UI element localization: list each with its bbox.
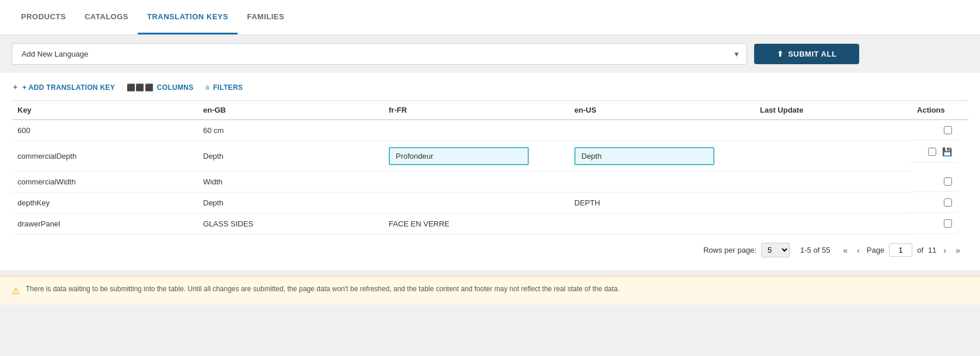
row-checkbox[interactable] bbox=[944, 177, 952, 186]
add-key-label: + ADD TRANSLATION KEY bbox=[22, 83, 115, 92]
tab-translation-keys[interactable]: TRANSLATION KEYS bbox=[138, 0, 238, 34]
columns-icon: ⬛⬛⬛ bbox=[127, 83, 154, 92]
rows-per-page-label: Rows per page: bbox=[703, 246, 756, 254]
prev-page-button[interactable]: ‹ bbox=[855, 245, 862, 256]
tab-catalogs[interactable]: CATALOGS bbox=[75, 0, 138, 34]
language-select-wrapper: Add New Language ▼ bbox=[12, 43, 747, 65]
last-page-button[interactable]: » bbox=[953, 245, 962, 256]
cell-lastupdate bbox=[754, 214, 911, 235]
warning-icon: ⚠ bbox=[12, 285, 20, 296]
cell-frfr[interactable]: Profondeur bbox=[383, 141, 569, 172]
col-header-key: Key bbox=[12, 101, 197, 120]
pagination-range: 1-5 of 55 bbox=[800, 246, 830, 254]
cell-engb: Depth bbox=[197, 193, 383, 214]
add-translation-key-button[interactable]: ＋ + ADD TRANSLATION KEY bbox=[12, 82, 115, 92]
cell-actions: 💾 bbox=[911, 141, 958, 163]
content-area: ＋ + ADD TRANSLATION KEY ⬛⬛⬛ COLUMNS ≡ FI… bbox=[0, 73, 980, 270]
cell-enus bbox=[569, 172, 754, 193]
next-page-button[interactable]: › bbox=[941, 245, 949, 256]
table-toolbar: ＋ + ADD TRANSLATION KEY ⬛⬛⬛ COLUMNS ≡ FI… bbox=[12, 82, 968, 92]
submit-all-button[interactable]: ⬆ SUBMIT ALL bbox=[754, 44, 859, 64]
pagination-row: Rows per page: 5 10 20 50 1-5 of 55 « ‹ … bbox=[12, 235, 968, 261]
cell-frfr: FACE EN VERRE bbox=[383, 214, 569, 235]
cell-actions bbox=[911, 193, 958, 213]
submit-upload-icon: ⬆ bbox=[777, 50, 784, 58]
filter-icon: ≡ bbox=[205, 83, 210, 92]
filters-button[interactable]: ≡ FILTERS bbox=[205, 83, 243, 92]
of-label: of bbox=[917, 246, 923, 254]
table-row: 60060 cm bbox=[12, 120, 968, 141]
warning-message: There is data waiting to be submitting i… bbox=[26, 285, 620, 293]
first-page-button[interactable]: « bbox=[841, 245, 850, 256]
page-input[interactable] bbox=[889, 243, 912, 257]
table-row: commercialDepthDepthProfondeurDepth💾 bbox=[12, 141, 968, 172]
cell-lastupdate bbox=[754, 193, 911, 214]
editable-enus[interactable]: Depth bbox=[574, 147, 714, 165]
tab-products[interactable]: PRODUCTS bbox=[12, 0, 75, 34]
toolbar-row: Add New Language ▼ ⬆ SUBMIT ALL bbox=[0, 35, 980, 73]
table-row: drawerPanelGLASS SIDESFACE EN VERRE bbox=[12, 214, 968, 235]
submit-all-label: SUBMIT ALL bbox=[788, 50, 836, 58]
table-header-row: Key en-GB fr-FR en-US Last Update Action… bbox=[12, 101, 968, 120]
total-pages: 11 bbox=[928, 246, 936, 254]
plus-icon: ＋ bbox=[12, 82, 19, 92]
cell-key: commercialDepth bbox=[12, 141, 197, 172]
cell-key: drawerPanel bbox=[12, 214, 197, 235]
table-body: 60060 cmcommercialDepthDepthProfondeurDe… bbox=[12, 120, 968, 235]
cell-enus bbox=[569, 214, 754, 235]
cell-key: 600 bbox=[12, 120, 197, 141]
cell-lastupdate bbox=[754, 141, 911, 172]
row-checkbox[interactable] bbox=[944, 219, 952, 228]
cell-actions bbox=[911, 172, 958, 192]
col-header-enus: en-US bbox=[569, 101, 754, 120]
rows-per-page-select[interactable]: 5 10 20 50 bbox=[761, 243, 790, 257]
row-checkbox[interactable] bbox=[928, 148, 936, 156]
cell-frfr bbox=[383, 172, 569, 193]
cell-key: depthKey bbox=[12, 193, 197, 214]
top-navigation: PRODUCTS CATALOGS TRANSLATION KEYS FAMIL… bbox=[0, 0, 980, 35]
col-header-lastupdate: Last Update bbox=[754, 101, 911, 120]
cell-lastupdate bbox=[754, 120, 911, 141]
cell-engb: GLASS SIDES bbox=[197, 214, 383, 235]
row-checkbox[interactable] bbox=[944, 198, 952, 207]
columns-button[interactable]: ⬛⬛⬛ COLUMNS bbox=[127, 83, 194, 92]
cell-actions bbox=[911, 120, 958, 141]
cell-key: commercialWidth bbox=[12, 172, 197, 193]
cell-frfr bbox=[383, 193, 569, 214]
row-checkbox[interactable] bbox=[944, 126, 952, 134]
page-label: Page bbox=[867, 246, 884, 254]
cell-frfr bbox=[383, 120, 569, 141]
cell-engb: Width bbox=[197, 172, 383, 193]
filters-label: FILTERS bbox=[213, 83, 243, 92]
save-row-icon[interactable]: 💾 bbox=[942, 147, 952, 156]
data-table: Key en-GB fr-FR en-US Last Update Action… bbox=[12, 101, 968, 235]
col-header-engb: en-GB bbox=[197, 101, 383, 120]
language-select[interactable]: Add New Language bbox=[12, 43, 747, 65]
cell-engb: 60 cm bbox=[197, 120, 383, 141]
tab-families[interactable]: FAMILIES bbox=[238, 0, 294, 34]
cell-enus[interactable]: Depth bbox=[569, 141, 754, 172]
cell-lastupdate bbox=[754, 172, 911, 193]
cell-enus bbox=[569, 120, 754, 141]
columns-label: COLUMNS bbox=[157, 83, 194, 92]
editable-frfr[interactable]: Profondeur bbox=[389, 147, 529, 165]
table-row: depthKeyDepthDEPTH bbox=[12, 193, 968, 214]
warning-banner: ⚠ There is data waiting to be submitting… bbox=[0, 276, 980, 305]
col-header-frfr: fr-FR bbox=[383, 101, 569, 120]
cell-enus: DEPTH bbox=[569, 193, 754, 214]
table-row: commercialWidthWidth bbox=[12, 172, 968, 193]
col-header-actions: Actions bbox=[911, 101, 968, 120]
cell-engb: Depth bbox=[197, 141, 383, 172]
cell-actions bbox=[911, 214, 958, 234]
